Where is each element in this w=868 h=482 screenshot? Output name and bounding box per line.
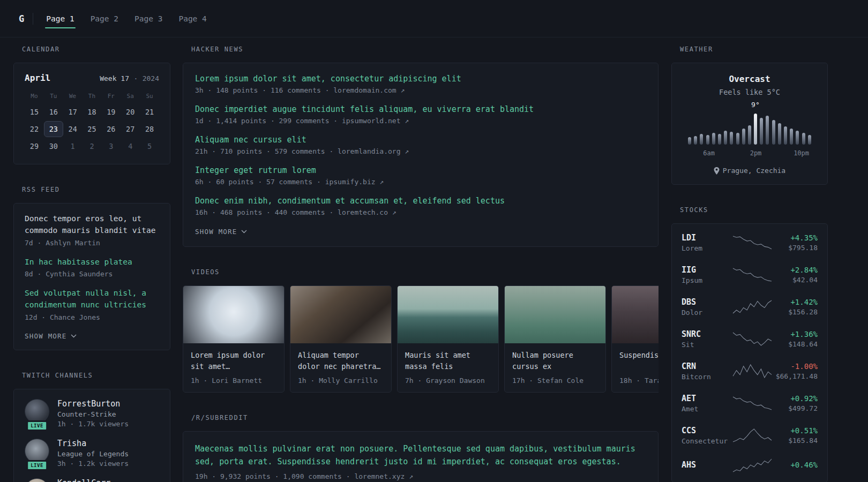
weather-bar [796,131,799,145]
hackernews-panel: Lorem ipsum dolor sit amet, consectetur … [183,63,659,247]
stock-price: $148.64 [773,340,818,348]
twitch-panel: LIVE ForrestBurton Counter-Strike 1h · 1… [13,389,170,482]
weather-bar [760,118,763,145]
hackernews-item-link[interactable]: Integer eget rutrum lorem [195,165,646,175]
channel-info: ForrestBurton Counter-Strike 1h · 1.7k v… [57,399,129,428]
twitch-channel[interactable]: LIVE Trisha League of Legends 3h · 1.2k … [25,439,159,468]
avatar [25,478,49,482]
rss-show-more-button[interactable]: SHOW MORE [25,332,77,340]
tab-page-1[interactable]: Page 1 [45,10,75,27]
calendar-day: 15 [25,104,44,120]
video-thumbnail [505,286,605,343]
video-card[interactable]: Nullam posuere cursus ex 17h · Stefan Co… [504,285,606,393]
weather-bar [772,120,775,145]
stock-row[interactable]: AET Amet +0.92% $499.72 [682,387,818,419]
video-title[interactable]: Lorem ipsum dolor sit amet consectetu… [191,350,276,372]
weather-feels-like: Feels like 5°C [682,88,818,96]
video-title[interactable]: Aliquam tempor dolor nec pharetra… [298,350,384,372]
stock-row[interactable]: CCS Consectetur +0.51% $165.84 [682,419,818,451]
hackernews-show-more-button[interactable]: SHOW MORE [195,228,247,236]
stock-name: Ipsum [682,276,732,284]
hackernews-item-link[interactable]: Donec imperdiet augue tincidunt felis al… [195,104,646,114]
subreddit-item-link[interactable]: Maecenas mollis pulvinar erat non posuer… [195,442,646,468]
twitch-channel[interactable]: LIVE ForrestBurton Counter-Strike 1h · 1… [25,399,159,428]
stock-symbol: LDI [682,233,732,243]
calendar-day: 18 [83,104,102,120]
hackernews-item-meta: 3h · 148 points · 116 comments · loremdo… [195,86,646,94]
tab-page-4[interactable]: Page 4 [177,10,207,27]
weather-chart-bars: 9° [688,112,811,145]
weather-peak-label: 9° [751,101,760,109]
chevron-down-icon [241,230,247,234]
calendar-dayname: Fr [101,88,121,103]
stock-id: AHS [682,460,732,471]
stock-name: Dolor [682,308,732,317]
calendar-dayname: We [63,88,83,103]
hackernews-item-link[interactable]: Lorem ipsum dolor sit amet, consectetur … [195,74,646,84]
hackernews-item: Aliquam nec cursus elit 21h · 710 points… [195,135,646,155]
live-badge: LIVE [26,460,48,471]
channel-name[interactable]: KendallCarr [57,478,110,482]
rss-item-link[interactable]: Donec tempor eros leo, ut commodo mauris… [25,213,159,237]
calendar-day: 25 [83,121,102,137]
weather-bar [784,126,787,145]
app-logo[interactable]: G [13,13,33,24]
stock-change: +0.51% [773,426,818,435]
stock-row[interactable]: IIG Ipsum +2.84% $42.04 [682,259,818,291]
stock-id: AET Amet [682,394,732,413]
rss-item: Donec tempor eros leo, ut commodo mauris… [25,213,159,247]
calendar-grid: Mo Tu We Th Fr Sa Su 15 16 17 18 19 20 2… [25,88,159,154]
stock-id: DBS Dolor [682,297,732,317]
channel-name[interactable]: ForrestBurton [57,399,129,409]
weather-bar [766,116,769,145]
stock-row[interactable]: LDI Lorem +4.35% $795.18 [682,227,818,259]
video-card[interactable]: Mauris sit amet massa felis 7h · Grayson… [397,285,499,393]
video-title[interactable]: Mauris sit amet massa felis [405,350,491,372]
page-tabs: Page 1 Page 2 Page 3 Page 4 [45,10,222,27]
video-card[interactable]: Suspendisse diam 18h · Tara [611,285,659,393]
weather-widget: WEATHER Overcast Feels like 5°C 9° 6am 2… [671,46,828,185]
calendar-day-next-month: 2 [83,138,102,154]
stock-row[interactable]: CRN Bitcorn -1.00% $66,171.48 [682,355,818,387]
hackernews-item: Donec enim nibh, condimentum et accumsan… [195,196,646,216]
stock-values: +2.84% $42.04 [773,266,818,284]
calendar-day: 16 [44,104,63,120]
video-title[interactable]: Nullam posuere cursus ex [512,350,598,372]
main-layout: CALENDAR April Week 17 · 2024 Mo Tu We T… [0,37,868,482]
weather-bar [790,129,793,145]
weather-widget-title: WEATHER [680,46,828,53]
video-thumbnail [183,286,284,343]
calendar-separator: · [133,74,138,82]
video-meta: 1h · Lori Barnett [191,376,276,385]
stock-sparkline-chart [732,428,773,443]
weather-time-label: 6am [703,149,715,157]
rss-item-link[interactable]: In hac habitasse platea [25,257,159,268]
stock-change: +1.36% [773,330,818,338]
weather-location-label: Prague, Czechia [723,167,785,175]
stock-row[interactable]: DBS Dolor +1.42% $156.28 [682,291,818,323]
calendar-dayname: Th [83,88,102,103]
stock-sparkline-chart [732,458,773,473]
stock-row[interactable]: AHS +0.46% [682,451,818,479]
tab-page-2[interactable]: Page 2 [89,10,119,27]
rss-item-link[interactable]: Sed volutpat nulla nisl, a condimentum n… [25,288,159,311]
channel-name[interactable]: Trisha [57,439,129,448]
hackernews-item-link[interactable]: Aliquam nec cursus elit [195,135,646,145]
video-body: Mauris sit amet massa felis 7h · Grayson… [398,343,498,392]
stock-row[interactable]: SNRC Sit +1.36% $148.64 [682,323,818,355]
stock-sparkline-chart [732,364,773,379]
calendar-day: 19 [101,104,121,120]
weather-bar [802,133,805,145]
channel-game: League of Legends [57,450,129,458]
stock-change: +4.35% [773,234,818,242]
channel-game: Counter-Strike [57,410,129,418]
weather-bar [778,123,781,145]
tab-page-3[interactable]: Page 3 [133,10,163,27]
hackernews-item-link[interactable]: Donec enim nibh, condimentum et accumsan… [195,196,646,206]
video-title[interactable]: Suspendisse diam [619,350,659,372]
video-card[interactable]: Lorem ipsum dolor sit amet consectetu… 1… [183,285,285,393]
stock-price: $42.04 [773,276,818,284]
calendar-day: 28 [140,121,159,137]
twitch-channel[interactable]: KendallCarr [25,478,159,482]
video-card[interactable]: Aliquam tempor dolor nec pharetra… 1h · … [290,285,392,393]
